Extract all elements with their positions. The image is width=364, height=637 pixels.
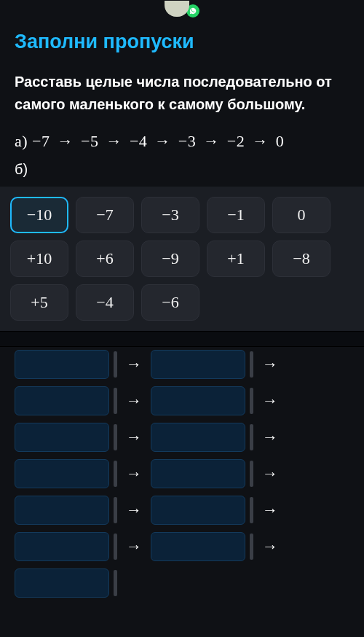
- number-chip[interactable]: −7: [76, 197, 134, 233]
- slot-row: →→: [15, 386, 349, 415]
- answer-slot[interactable]: [15, 532, 109, 561]
- arrow-icon: →: [258, 355, 282, 374]
- cursor-bar: [250, 534, 253, 560]
- cursor-bar: [250, 351, 253, 378]
- slot-row: →→: [15, 423, 349, 452]
- number-chip[interactable]: 0: [272, 197, 331, 233]
- arrow-icon: →: [258, 391, 282, 410]
- answer-slot[interactable]: [151, 459, 245, 488]
- cursor-bar: [250, 388, 253, 414]
- slot-row: →→: [15, 496, 349, 525]
- cursor-bar: [114, 351, 117, 378]
- arrow-icon: →: [258, 501, 282, 520]
- cursor-bar: [114, 388, 117, 414]
- arrow-icon: →: [122, 501, 146, 520]
- cursor-bar: [250, 424, 253, 450]
- chips-container: −10−7−3−10+10+6−9+1−8+5−4−6: [10, 197, 354, 321]
- number-chip[interactable]: −10: [10, 197, 68, 233]
- slot-row: →→: [15, 532, 349, 561]
- slot-row: →→: [15, 350, 349, 379]
- answer-slot[interactable]: [15, 386, 109, 415]
- cursor-bar: [114, 461, 117, 487]
- example-a: а) −7 → −5 → −4 → −3 → −2 → 0: [15, 132, 349, 151]
- answer-slot[interactable]: [151, 386, 245, 415]
- avatar: [165, 1, 189, 17]
- seq-item: −7: [32, 132, 50, 150]
- arrow-icon: →: [55, 132, 77, 150]
- answer-slot[interactable]: [151, 423, 245, 452]
- arrow-icon: →: [258, 464, 282, 483]
- chips-panel: −10−7−3−10+10+6−9+1−8+5−4−6: [0, 187, 364, 331]
- answer-slot[interactable]: [15, 568, 109, 598]
- number-chip[interactable]: −4: [76, 284, 134, 321]
- answer-slot[interactable]: [151, 496, 245, 525]
- number-chip[interactable]: −3: [141, 197, 199, 233]
- arrow-icon: →: [122, 464, 146, 483]
- number-chip[interactable]: +6: [76, 241, 134, 277]
- answer-slots: →→→→→→→→→→→→: [15, 347, 349, 598]
- answer-slot[interactable]: [15, 459, 109, 488]
- seq-item: −2: [227, 132, 245, 150]
- instruction-text: Расставь целые числа последовательно от …: [15, 71, 349, 116]
- answer-slot[interactable]: [15, 423, 109, 452]
- section-divider: [0, 331, 364, 347]
- cursor-bar: [114, 534, 117, 560]
- arrow-icon: →: [151, 132, 174, 150]
- arrow-icon: →: [122, 428, 146, 447]
- slot-row: →→: [15, 459, 349, 488]
- arrow-icon: →: [122, 355, 146, 374]
- arrow-icon: →: [200, 132, 223, 150]
- number-chip[interactable]: −8: [272, 241, 331, 277]
- number-chip[interactable]: −1: [207, 197, 265, 233]
- page-title: Заполни пропуски: [15, 31, 349, 53]
- arrow-icon: →: [258, 428, 282, 447]
- arrow-icon: →: [122, 391, 146, 410]
- cursor-bar: [250, 461, 253, 487]
- slot-row: [15, 568, 349, 598]
- number-chip[interactable]: +1: [207, 241, 265, 277]
- answer-slot[interactable]: [151, 350, 245, 379]
- number-chip[interactable]: −9: [141, 241, 199, 277]
- arrow-icon: →: [249, 132, 272, 150]
- arrow-icon: →: [258, 537, 282, 556]
- cursor-bar: [114, 424, 117, 450]
- arrow-icon: →: [122, 537, 146, 556]
- seq-item: −5: [81, 132, 98, 150]
- arrow-icon: →: [103, 132, 125, 150]
- seq-item: −3: [178, 132, 196, 150]
- number-chip[interactable]: +5: [10, 284, 68, 321]
- seq-item: −4: [130, 132, 147, 150]
- number-chip[interactable]: −6: [141, 284, 199, 321]
- part-b-label: б): [15, 161, 349, 178]
- part-a-label: а): [15, 132, 28, 150]
- answer-slot[interactable]: [151, 532, 245, 561]
- number-chip[interactable]: +10: [10, 241, 68, 277]
- top-handle: [165, 0, 199, 17]
- answer-slot[interactable]: [15, 350, 109, 379]
- cursor-bar: [250, 497, 253, 523]
- cursor-bar: [114, 570, 117, 596]
- cursor-bar: [114, 497, 117, 523]
- seq-item: 0: [276, 132, 285, 150]
- answer-slot[interactable]: [15, 496, 109, 525]
